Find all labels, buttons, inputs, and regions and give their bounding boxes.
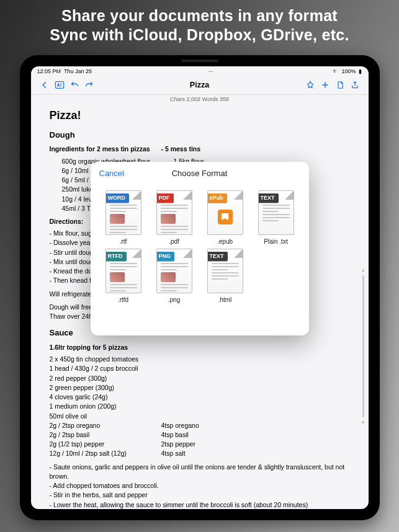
format-band: WORD [105, 193, 130, 203]
list-item: - Saute onions, garlic and peppers in ol… [50, 463, 350, 481]
svg-rect-0 [55, 82, 63, 89]
format-band: TEXT [207, 252, 228, 261]
ai-icon[interactable] [52, 78, 67, 92]
redo-icon[interactable] [82, 78, 97, 92]
doc-title: Pizza [97, 81, 303, 89]
scroll-indicator[interactable]: ▴▾ [362, 266, 365, 427]
doc-action-icon[interactable] [333, 78, 347, 92]
format-band: PDF [156, 193, 174, 203]
format-label: Plain .txt [264, 238, 287, 245]
format-option[interactable]: PNG.png [150, 249, 199, 303]
wifi-icon: ᯤ [333, 68, 338, 74]
format-band: RTFD [105, 252, 127, 261]
table-row: 2 green pepper (300g) [50, 383, 350, 392]
list-item: - Stir in the herbs, salt and pepper [50, 490, 350, 500]
modal-title: Choose Format [172, 169, 228, 178]
ipad-frame: 12:05 PM Thu Jan 25 ··· ᯤ100%▮ Pizza Cha… [20, 55, 380, 520]
format-band: TEXT [258, 193, 279, 203]
screen: 12:05 PM Thu Jan 25 ··· ᯤ100%▮ Pizza Cha… [31, 66, 369, 509]
table-row: 1 medium onion (200g) [50, 402, 350, 411]
table-row: 50ml olive oil [50, 412, 350, 421]
format-option[interactable]: WORD.rtf [99, 190, 148, 245]
format-option[interactable]: PDF.pdf [150, 190, 199, 245]
format-band: ePub [207, 193, 227, 203]
status-bar: 12:05 PM Thu Jan 25 ··· ᯤ100%▮ [31, 66, 369, 76]
table-row: 2g (1/2 tsp) pepper2tsp pepper [50, 440, 350, 449]
pin-icon[interactable] [303, 78, 318, 92]
table-row: 2g / 2tsp basil4tsp basil [50, 430, 350, 440]
format-label: .html [218, 296, 232, 303]
format-label: .rtfd [118, 296, 128, 303]
table-row: 4 cloves garlic (24g) [50, 392, 350, 402]
format-label: .rtf [120, 238, 127, 245]
format-picker-modal: Cancel Choose Format WORD.rtfPDF.pdfePub… [91, 162, 309, 335]
page-title: Pizza! [50, 107, 350, 123]
share-icon[interactable] [347, 78, 362, 92]
list-item: - Add chopped tomatoes and broccoli. [50, 481, 350, 490]
add-icon[interactable] [318, 78, 333, 92]
format-option[interactable]: RTFD.rtfd [99, 249, 148, 303]
toolbar: Pizza [31, 76, 369, 95]
format-label: .pdf [169, 238, 179, 245]
cancel-button[interactable]: Cancel [99, 169, 124, 178]
table-row: 1 head / 430g / 2 cups broccoli [50, 364, 350, 373]
format-option[interactable]: ePub.epub [201, 190, 249, 245]
table-row: 12g / 10ml / 2tsp salt (12g)4tsp salt [50, 449, 350, 458]
list-item: - Lower the heat, allowing the sauce to … [50, 500, 350, 509]
char-word-count: Chars 2,002 Words 358 [31, 95, 369, 105]
table-row: 2 red pepper (300g) [50, 374, 350, 383]
table-row: 2 x 450g tin chopped tomatoes [50, 355, 350, 364]
undo-icon[interactable] [67, 78, 82, 92]
format-band: PNG [156, 252, 175, 261]
format-label: .png [168, 296, 180, 303]
promo-headline: Share your documents in any format Sync … [50, 0, 349, 54]
format-option[interactable]: TEXTPlain .txt [252, 190, 300, 245]
format-label: .epub [217, 238, 233, 245]
table-row: 2g / 2tsp oregano4tsp oregano [50, 421, 350, 430]
format-option[interactable]: TEXT.html [201, 249, 249, 303]
back-icon[interactable] [37, 78, 52, 92]
